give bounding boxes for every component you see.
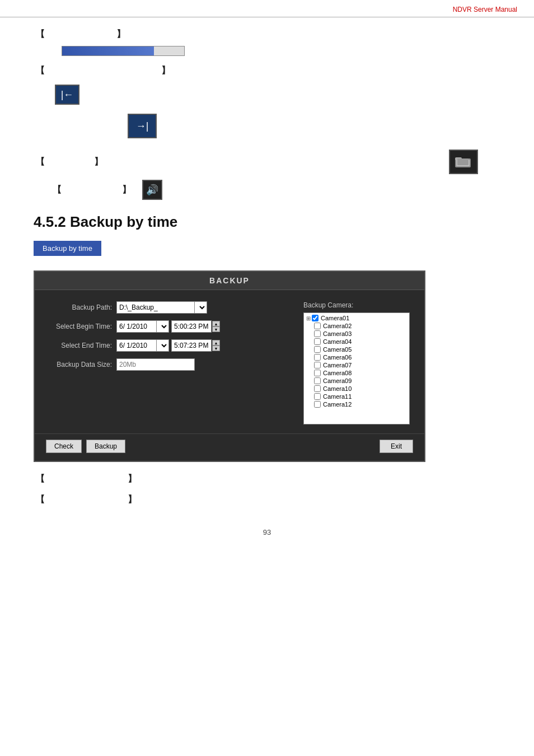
bracket-close-4: 】 <box>122 184 131 196</box>
bottom-bracket-label-2 <box>47 496 125 504</box>
camera-checkbox-4[interactable] <box>314 338 321 345</box>
camera-label-4: Camera04 <box>323 338 352 345</box>
manual-title: NDVR Server Manual <box>453 6 517 13</box>
begin-time-row: Select Begin Time: ▲ ▼ <box>44 320 292 333</box>
camera-list-item[interactable]: Camera05 <box>305 346 408 353</box>
bracket-open-1: 【 <box>36 29 45 40</box>
camera-label-6: Camera06 <box>323 354 352 361</box>
camera-checkbox-10[interactable] <box>314 385 321 392</box>
end-date-select[interactable] <box>157 339 169 352</box>
camera-checkbox-9[interactable] <box>314 377 321 384</box>
bracket-label-2 <box>47 67 159 75</box>
backup-by-time-button[interactable]: Backup by time <box>34 241 101 256</box>
section-heading: 4.5.2 Backup by time <box>34 213 500 231</box>
begin-date-input[interactable] <box>116 320 157 333</box>
bracket-row-2: 【 】 <box>34 65 500 77</box>
skip-to-start-icon[interactable]: |← <box>55 85 79 105</box>
skip-to-end-icon[interactable]: →| <box>128 114 157 138</box>
camera-checkbox-5[interactable] <box>314 346 321 353</box>
begin-time-input[interactable] <box>171 320 212 333</box>
begin-time-label: Select Begin Time: <box>44 323 116 330</box>
camera-label-11: Camera11 <box>323 393 352 400</box>
camera-checkbox-8[interactable] <box>314 370 321 376</box>
camera-list-item[interactable]: Camera08 <box>305 369 408 377</box>
bracket-close-1: 】 <box>116 29 125 40</box>
camera-label-3: Camera03 <box>323 330 352 337</box>
bracket-close-3: 】 <box>94 156 103 168</box>
bottom-bracket-row-2: 【 】 <box>34 494 500 506</box>
camera-checkbox-12[interactable] <box>314 401 321 408</box>
begin-date-select[interactable] <box>157 320 169 333</box>
camera-list-item[interactable]: Camera06 <box>305 353 408 361</box>
camera-checkbox-2[interactable] <box>314 323 321 329</box>
backup-path-input[interactable] <box>116 301 195 314</box>
camera-label-1: Camera01 <box>321 315 349 321</box>
backup-camera-label: Backup Camera: <box>303 301 415 309</box>
camera-list-item[interactable]: Camera03 <box>305 330 408 338</box>
progress-bar-fill <box>62 46 154 55</box>
end-date-input[interactable] <box>116 339 157 352</box>
backup-camera-section: Backup Camera: ⊞ Camera01 Camera02 Camer… <box>303 301 415 424</box>
progress-bar-container[interactable] <box>62 46 185 56</box>
svg-rect-3 <box>457 158 469 165</box>
camera-list-item[interactable]: Camera04 <box>305 338 408 346</box>
data-size-input[interactable] <box>116 358 195 371</box>
exit-button[interactable]: Exit <box>380 440 413 453</box>
camera-label-8: Camera08 <box>323 370 352 376</box>
camera-label-10: Camera10 <box>323 385 352 392</box>
end-time-input[interactable] <box>171 339 212 352</box>
bottom-bracket-section: 【 】 【 】 <box>34 473 500 506</box>
check-button[interactable]: Check <box>46 440 82 453</box>
begin-time-down[interactable]: ▼ <box>212 326 220 332</box>
camera-label-5: Camera05 <box>323 346 352 353</box>
camera-checkbox-6[interactable] <box>314 354 321 361</box>
bottom-bracket-close-2: 】 <box>128 494 137 506</box>
top-bracket-section: 【 】 【 】 |← →| <box>34 29 500 200</box>
screenshot-folder-icon[interactable] <box>449 150 478 174</box>
backup-button[interactable]: Backup <box>86 440 125 453</box>
end-time-label: Select End Time: <box>44 342 116 349</box>
bottom-bracket-close-1: 】 <box>128 473 137 485</box>
bottom-bracket-open-1: 【 <box>36 473 45 485</box>
end-time-up[interactable]: ▲ <box>212 340 220 346</box>
camera-checkbox-7[interactable] <box>314 362 321 368</box>
camera-list[interactable]: ⊞ Camera01 Camera02 Camera03 Camera04 Ca… <box>303 312 410 424</box>
camera-list-item[interactable]: Camera02 <box>305 322 408 330</box>
camera-checkbox-1[interactable] <box>312 315 318 321</box>
bracket-row-1: 【 】 <box>34 29 500 40</box>
camera-checkbox-3[interactable] <box>314 330 321 337</box>
camera-checkbox-11[interactable] <box>314 393 321 400</box>
speaker-icon[interactable]: 🔊 <box>142 180 162 200</box>
page-number: 93 <box>34 528 500 536</box>
begin-time-spinner[interactable]: ▲ ▼ <box>212 321 220 332</box>
camera-list-item[interactable]: ⊞ Camera01 <box>305 314 408 322</box>
camera-list-item[interactable]: Camera07 <box>305 361 408 369</box>
backup-path-row: Backup Path: <box>44 301 292 314</box>
camera-list-item[interactable]: Camera11 <box>305 393 408 400</box>
bracket-open-4: 【 <box>53 184 62 196</box>
dialog-footer: Check Backup Exit <box>35 433 424 461</box>
tree-expand-icon[interactable]: ⊞ <box>306 315 311 321</box>
bracket-open-2: 【 <box>36 65 45 77</box>
backup-path-select[interactable] <box>195 301 207 314</box>
camera-list-item[interactable]: Camera10 <box>305 385 408 393</box>
begin-time-up[interactable]: ▲ <box>212 321 220 326</box>
bottom-bracket-open-2: 【 <box>36 494 45 506</box>
bracket-close-2: 】 <box>161 65 170 77</box>
camera-label-12: Camera12 <box>323 401 352 408</box>
camera-label-7: Camera07 <box>323 362 352 368</box>
backup-dialog: BACKUP Backup Path: Select Begin Time: <box>34 270 425 462</box>
camera-list-item[interactable]: Camera09 <box>305 377 408 385</box>
camera-list-item[interactable]: Camera12 <box>305 400 408 408</box>
bracket-label-3 <box>47 158 92 166</box>
backup-path-label: Backup Path: <box>44 304 116 311</box>
end-time-row: Select End Time: ▲ ▼ <box>44 339 292 352</box>
end-time-down[interactable]: ▼ <box>212 346 220 351</box>
begin-date-group: ▲ ▼ <box>116 320 220 333</box>
end-time-spinner[interactable]: ▲ ▼ <box>212 340 220 351</box>
indent-4 <box>34 186 50 194</box>
camera-label-2: Camera02 <box>323 323 352 329</box>
bracket-open-3: 【 <box>36 156 45 168</box>
data-size-row: Backup Data Size: <box>44 358 292 371</box>
bracket-label-1 <box>47 30 114 39</box>
